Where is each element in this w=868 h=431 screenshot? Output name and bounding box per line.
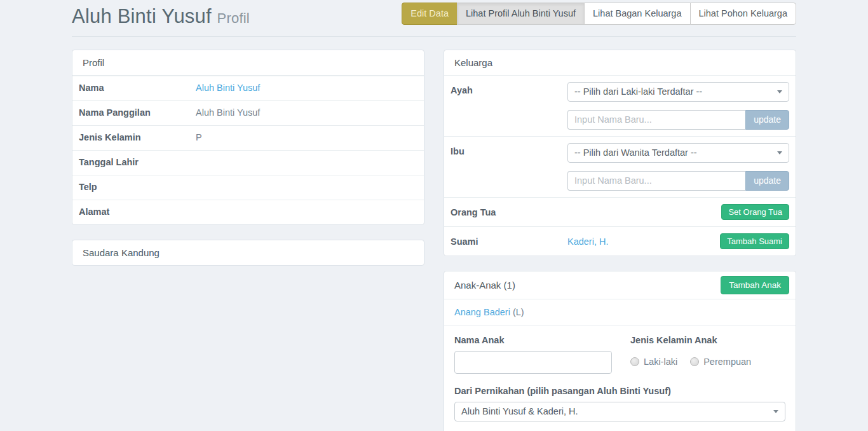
profile-value: Aluh Binti Yusuf bbox=[196, 107, 417, 118]
chevron-down-icon bbox=[777, 90, 782, 93]
child-name-input[interactable] bbox=[454, 351, 612, 374]
left-column: Profil Nama Aluh Binti Yusuf Nama Panggi… bbox=[72, 50, 424, 280]
radio-male-icon[interactable] bbox=[630, 357, 639, 366]
add-spouse-button[interactable]: Tambah Suami bbox=[720, 233, 789, 249]
view-family-chart-button[interactable]: Lihat Bagan Keluarga bbox=[584, 3, 690, 25]
father-select[interactable]: -- Pilih dari Laki-laki Terdaftar -- bbox=[567, 82, 789, 102]
mother-new-name-group: update bbox=[567, 171, 789, 191]
father-select-value: -- Pilih dari Laki-laki Terdaftar -- bbox=[574, 86, 702, 97]
view-family-tree-button[interactable]: Lihat Pohon Keluarga bbox=[690, 3, 796, 25]
profile-label: Alamat bbox=[79, 207, 196, 217]
child-name-label: Nama Anak bbox=[454, 335, 612, 345]
profile-panel: Profil Nama Aluh Binti Yusuf Nama Panggi… bbox=[72, 50, 424, 225]
profile-row-nama: Nama Aluh Binti Yusuf bbox=[72, 76, 424, 100]
profile-name-link[interactable]: Aluh Binti Yusuf bbox=[196, 83, 260, 93]
mother-new-name-input[interactable] bbox=[567, 171, 745, 191]
profile-label: Tanggal Lahir bbox=[79, 157, 196, 167]
profile-label: Nama bbox=[79, 83, 196, 93]
child-list-item: Anang Baderi (L) bbox=[444, 299, 796, 325]
father-update-button[interactable]: update bbox=[745, 110, 789, 130]
profile-value: P bbox=[196, 132, 417, 142]
father-row: Ayah -- Pilih dari Laki-laki Terdaftar -… bbox=[444, 76, 796, 136]
right-column: Keluarga Ayah -- Pilih dari Laki-laki Te… bbox=[444, 50, 796, 431]
main-container: Aluh Binti Yusuf Profil Edit Data Lihat … bbox=[72, 0, 796, 431]
view-nav-group: Edit Data Lihat Profil Aluh Binti Yusuf … bbox=[402, 3, 796, 25]
page-header: Aluh Binti Yusuf Profil Edit Data Lihat … bbox=[72, 0, 796, 28]
page-title: Aluh Binti Yusuf Profil bbox=[72, 3, 250, 28]
header-divider bbox=[72, 36, 796, 37]
family-panel: Keluarga Ayah -- Pilih dari Laki-laki Te… bbox=[444, 50, 796, 256]
page-subtitle: Profil bbox=[217, 10, 250, 26]
add-child-button[interactable]: Tambah Anak bbox=[721, 276, 789, 294]
profile-row-nama-panggilan: Nama Panggilan Aluh Binti Yusuf bbox=[72, 100, 424, 125]
chevron-down-icon bbox=[773, 410, 778, 413]
profile-label: Nama Panggilan bbox=[79, 107, 196, 118]
marriage-select[interactable]: Aluh Binti Yusuf & Kaderi, H. bbox=[454, 402, 785, 421]
profile-row-jenis-kelamin: Jenis Kelamin P bbox=[72, 125, 424, 150]
mother-select[interactable]: -- Pilih dari Wanita Terdaftar -- bbox=[567, 143, 789, 163]
profile-label: Jenis Kelamin bbox=[79, 132, 196, 142]
family-panel-title: Keluarga bbox=[444, 50, 796, 76]
parents-value bbox=[567, 204, 721, 207]
person-name: Aluh Binti Yusuf bbox=[72, 5, 212, 27]
spouse-label: Suami bbox=[451, 233, 567, 247]
father-new-name-group: update bbox=[567, 110, 789, 130]
set-parents-button[interactable]: Set Orang Tua bbox=[721, 204, 789, 220]
mother-label: Ibu bbox=[451, 143, 567, 156]
child-gender-options: Laki-laki Perempuan bbox=[630, 357, 785, 367]
profile-row-tanggal-lahir: Tanggal Lahir bbox=[72, 150, 424, 175]
chevron-down-icon bbox=[777, 151, 782, 154]
father-label: Ayah bbox=[451, 82, 567, 95]
spouse-row: Suami Kaderi, H. Tambah Suami bbox=[444, 226, 796, 256]
radio-male-label: Laki-laki bbox=[644, 357, 677, 367]
child-gender-tag: (L) bbox=[513, 307, 524, 317]
mother-select-value: -- Pilih dari Wanita Terdaftar -- bbox=[574, 147, 697, 158]
mother-row: Ibu -- Pilih dari Wanita Terdaftar -- up… bbox=[444, 136, 796, 197]
add-child-form: Nama Anak Jenis Kelamin Anak Laki-laki bbox=[444, 325, 796, 431]
edit-data-button[interactable]: Edit Data bbox=[402, 3, 458, 25]
marriage-label: Dari Pernikahan (pilih pasangan Aluh Bin… bbox=[454, 386, 785, 396]
spouse-name-link[interactable]: Kaderi, H. bbox=[567, 236, 608, 247]
view-profile-button[interactable]: Lihat Profil Aluh Binti Yusuf bbox=[457, 3, 585, 25]
children-panel-header: Anak-Anak (1) Tambah Anak bbox=[444, 271, 796, 299]
parents-label: Orang Tua bbox=[451, 204, 567, 217]
siblings-panel: Saudara Kandung bbox=[72, 240, 424, 266]
father-new-name-input[interactable] bbox=[567, 110, 745, 130]
radio-female-icon[interactable] bbox=[690, 357, 699, 366]
radio-female-label: Perempuan bbox=[703, 357, 751, 367]
profile-label: Telp bbox=[79, 182, 196, 192]
parents-row: Orang Tua Set Orang Tua bbox=[444, 197, 796, 226]
profile-row-alamat: Alamat bbox=[72, 200, 424, 224]
profile-row-telp: Telp bbox=[72, 175, 424, 200]
profile-panel-title: Profil bbox=[72, 50, 424, 76]
radio-option-male[interactable]: Laki-laki bbox=[630, 357, 677, 367]
radio-option-female[interactable]: Perempuan bbox=[690, 357, 751, 367]
children-panel-title: Anak-Anak (1) bbox=[454, 280, 515, 291]
children-panel: Anak-Anak (1) Tambah Anak Anang Baderi (… bbox=[444, 271, 796, 431]
child-name-link[interactable]: Anang Baderi bbox=[454, 307, 510, 317]
child-gender-label: Jenis Kelamin Anak bbox=[630, 335, 785, 345]
marriage-select-value: Aluh Binti Yusuf & Kaderi, H. bbox=[461, 406, 578, 416]
mother-update-button[interactable]: update bbox=[745, 171, 789, 191]
siblings-panel-title: Saudara Kandung bbox=[72, 240, 424, 265]
